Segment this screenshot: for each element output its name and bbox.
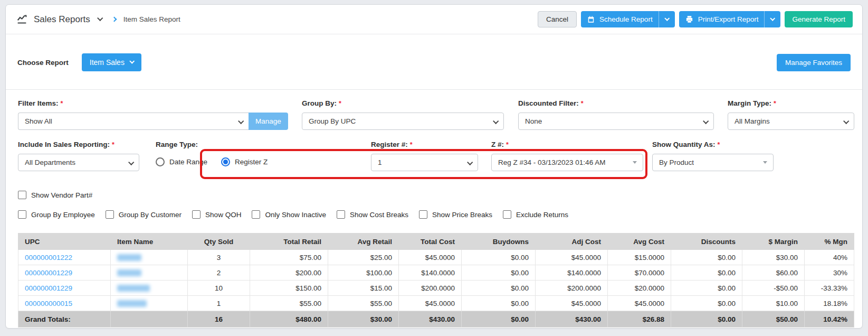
avg-cost-cell: $15.0000 bbox=[608, 250, 671, 265]
radio-dot bbox=[156, 157, 165, 166]
required-asterisk: * bbox=[112, 141, 115, 148]
section-divider bbox=[6, 89, 862, 90]
column-header: Total Retail bbox=[250, 234, 328, 250]
checkbox-exclude-returns[interactable]: Exclude Returns bbox=[503, 210, 568, 219]
avg-retail-cell: $15.00 bbox=[328, 281, 399, 296]
discounted-filter-select[interactable]: None bbox=[518, 113, 714, 130]
grand-total-item-name bbox=[111, 311, 188, 328]
upc-link[interactable]: 000000001229 bbox=[25, 284, 72, 292]
printer-icon bbox=[685, 15, 693, 23]
column-header: UPC bbox=[18, 234, 111, 250]
chart-icon bbox=[16, 14, 27, 25]
checkbox-show-price-breaks[interactable]: Show Price Breaks bbox=[419, 210, 492, 219]
checkbox-box bbox=[192, 210, 201, 219]
dollar-margin-cell: $10.00 bbox=[742, 296, 805, 311]
margin-type-value: All Margins bbox=[735, 117, 770, 125]
grand-total-dollar-margin: $50.00 bbox=[742, 311, 805, 328]
manage-filter-button[interactable]: Manage bbox=[249, 113, 288, 130]
avg-cost-cell: $20.0000 bbox=[608, 281, 671, 296]
table-row: 0000000012223$75.00$25.00$45.0000$0.00$4… bbox=[18, 250, 854, 265]
upc-link[interactable]: 000000001222 bbox=[25, 254, 72, 262]
checkbox-only-show-inactive[interactable]: Only Show Inactive bbox=[252, 210, 326, 219]
avg-cost-cell: $45.0000 bbox=[608, 296, 671, 311]
schedule-report-button[interactable]: Schedule Report bbox=[581, 11, 675, 27]
title-chevron-down-icon[interactable] bbox=[97, 15, 103, 21]
discounts-cell: $0.00 bbox=[671, 296, 742, 311]
radio-register-z[interactable]: Register Z bbox=[221, 157, 268, 166]
total-retail-cell: $55.00 bbox=[250, 296, 328, 311]
checkbox-group-by-customer[interactable]: Group By Customer bbox=[106, 210, 182, 219]
avg-retail-cell: $55.00 bbox=[328, 296, 399, 311]
buydowns-cell: $0.00 bbox=[462, 281, 536, 296]
group-by-select[interactable]: Group By UPC bbox=[302, 113, 504, 130]
checkbox-group-by-employee[interactable]: Group By Employee bbox=[18, 210, 95, 219]
table-header-row: UPCItem NameQty SoldTotal RetailAvg Reta… bbox=[18, 234, 854, 250]
checkbox-box bbox=[18, 191, 26, 199]
grand-total-avg-cost: $26.88 bbox=[608, 311, 671, 328]
report-type-dropdown[interactable]: Item Sales bbox=[82, 53, 141, 71]
button-divider bbox=[764, 11, 765, 27]
checkbox-label: Show Vendor Part# bbox=[31, 191, 92, 199]
checkbox-box bbox=[252, 210, 260, 219]
column-header: % Mgn bbox=[805, 234, 854, 250]
item-name-cell bbox=[111, 281, 188, 296]
adj-cost-cell: $140.0000 bbox=[536, 265, 608, 281]
radio-date-range[interactable]: Date Range bbox=[156, 157, 207, 166]
include-in-sales-select[interactable]: All Departments bbox=[18, 154, 139, 171]
checkbox-box bbox=[419, 210, 427, 219]
show-quantity-as-dropdown[interactable]: By Product bbox=[652, 154, 774, 171]
item-name-redacted bbox=[117, 254, 141, 261]
table-row: 0000000000151$55.00$55.00$45.0000$0.00$4… bbox=[18, 296, 854, 311]
margin-type-field: Margin Type:* All Margins bbox=[728, 99, 854, 130]
upc-link[interactable]: 000000000015 bbox=[25, 300, 72, 307]
checkbox-show-qoh[interactable]: Show QOH bbox=[192, 210, 241, 219]
required-asterisk: * bbox=[718, 141, 720, 148]
column-header: Avg Cost bbox=[608, 234, 671, 250]
options-checkbox-row: Group By EmployeeGroup By CustomerShow Q… bbox=[6, 209, 862, 220]
avg-cost-cell: $70.0000 bbox=[608, 265, 671, 281]
breadcrumb-chevron-icon bbox=[111, 17, 117, 22]
table-row: 00000000122910$150.00$15.00$200.0000$0.0… bbox=[18, 281, 854, 296]
include-in-sales-value: All Departments bbox=[25, 158, 75, 166]
margin-type-select[interactable]: All Margins bbox=[728, 113, 854, 130]
grand-total-buydowns: $0.00 bbox=[462, 311, 536, 328]
item-name-cell bbox=[111, 250, 188, 265]
generate-report-button[interactable]: Generate Report bbox=[785, 11, 853, 27]
pct-margin-cell: 30% bbox=[805, 265, 854, 281]
z-number-dropdown[interactable]: Reg Z #34 - 03/13/2023 01:46 AM bbox=[491, 154, 643, 171]
breadcrumb-current: Item Sales Report bbox=[123, 15, 180, 23]
qty-sold-cell: 1 bbox=[188, 296, 250, 311]
item-name-redacted bbox=[117, 269, 141, 276]
required-asterisk: * bbox=[61, 100, 63, 107]
select-chevron-down-icon bbox=[493, 118, 499, 124]
checkbox-show-vendor-part[interactable]: Show Vendor Part# bbox=[18, 191, 92, 199]
schedule-report-label: Schedule Report bbox=[599, 15, 653, 23]
checkbox-label: Only Show Inactive bbox=[265, 211, 326, 219]
upc-link[interactable]: 000000001229 bbox=[25, 269, 72, 277]
register-number-select[interactable]: 1 bbox=[371, 154, 478, 171]
cancel-button[interactable]: Cancel bbox=[538, 11, 577, 27]
buydowns-cell: $0.00 bbox=[462, 296, 536, 311]
group-by-value: Group By UPC bbox=[309, 117, 356, 125]
grand-total-avg-retail: $30.00 bbox=[328, 311, 399, 328]
group-by-field: Group By:* Group By UPC bbox=[302, 99, 504, 130]
register-number-value: 1 bbox=[378, 158, 382, 166]
column-header: Qty Sold bbox=[188, 234, 250, 250]
item-name-cell bbox=[111, 296, 188, 311]
filter-items-select[interactable]: Show All bbox=[18, 113, 249, 130]
grand-totals-row: Grand Totals:16$480.00$30.00$430.00$0.00… bbox=[18, 311, 854, 328]
upc-cell: 000000000015 bbox=[18, 296, 111, 311]
item-name-redacted bbox=[117, 285, 150, 292]
radio-label: Register Z bbox=[235, 158, 268, 166]
range-type-label: Range Type: bbox=[156, 141, 198, 148]
column-header: $ Margin bbox=[742, 234, 805, 250]
manage-favorites-button[interactable]: Manage Favorites bbox=[777, 54, 851, 71]
checkbox-show-cost-breaks[interactable]: Show Cost Breaks bbox=[337, 210, 408, 219]
item-name-cell bbox=[111, 265, 188, 281]
discounts-cell: $0.00 bbox=[671, 250, 742, 265]
required-asterisk: * bbox=[581, 100, 584, 107]
total-cost-cell: $45.0000 bbox=[399, 250, 462, 265]
required-asterisk: * bbox=[506, 141, 509, 148]
print-export-button[interactable]: Print/Export Report bbox=[679, 11, 781, 27]
select-chevron-down-icon bbox=[128, 159, 134, 165]
